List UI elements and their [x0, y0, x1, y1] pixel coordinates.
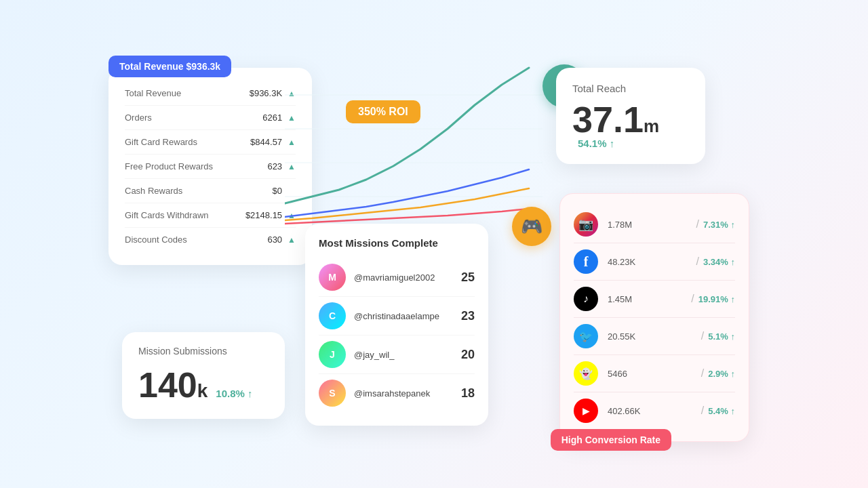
social-rows-list: 📷 1.78M / 7.31% ↑ f 48.23K / 3.34% ↑ ♪ 1…: [574, 206, 735, 429]
high-conversion-badge: High Conversion Rate: [551, 429, 671, 451]
up-arrow-icon: ▲: [288, 235, 296, 245]
mission-count: 20: [461, 348, 475, 362]
roi-badge: 350% ROI: [346, 100, 420, 123]
gamepad-icon: 🎮: [521, 216, 542, 237]
revenue-label: Total Revenue: [125, 88, 250, 98]
mission-users-list: M @mavriamiguel2002 25 C @christinadaael…: [319, 258, 475, 412]
username: @christinadaaelampe: [354, 311, 461, 321]
total-reach-card: Total Reach 37.1 m 54.1% ↑: [556, 68, 705, 164]
revenue-label: Free Product Rewards: [125, 161, 267, 171]
revenue-value: $0: [273, 186, 282, 196]
twitter-icon: 🐦: [574, 324, 598, 348]
revenue-row: Cash Rewards $0: [125, 179, 296, 203]
social-metric: 402.66K: [608, 406, 697, 416]
mission-count: 25: [461, 270, 475, 285]
revenue-row: Orders 6261 ▲: [125, 106, 296, 130]
mission-user-row: M @mavriamiguel2002 25: [319, 258, 475, 297]
instagram-icon: 📷: [574, 212, 598, 237]
missions-card: Mission Submissions 140 k 10.8% ↑: [122, 332, 285, 419]
social-pct: 2.9% ↑: [708, 369, 735, 379]
avatar: M: [319, 264, 346, 291]
social-metric: 48.23K: [608, 257, 692, 267]
revenue-value: $936.3K: [250, 88, 282, 98]
social-row: 👻 5466 / 2.9% ↑: [574, 355, 735, 392]
revenue-table: Total Revenue $936.3K ▲ Orders 6261 ▲ Gi…: [125, 81, 296, 251]
revenue-label: Gift Card Rewards: [125, 137, 250, 147]
username: @imsarahstepanek: [354, 388, 461, 399]
avatar: J: [319, 341, 346, 368]
missions-value: 140: [138, 365, 197, 405]
revenue-card: Total Revenue $936.3k Total Revenue $936…: [108, 68, 312, 265]
revenue-label: Discount Codes: [125, 235, 267, 245]
missions-title: Mission Submissions: [138, 346, 269, 357]
mission-count: 23: [461, 309, 475, 323]
revenue-badge: Total Revenue $936.3k: [108, 56, 231, 77]
total-reach-unit: m: [644, 116, 659, 137]
social-pct: 5.4% ↑: [708, 406, 735, 416]
total-reach-value: 37.1: [572, 101, 644, 138]
revenue-label: Orders: [125, 113, 262, 123]
youtube-icon: ▶: [574, 399, 598, 423]
revenue-row: Discount Codes 630 ▲: [125, 228, 296, 251]
most-missions-card: Most Missions Complete M @mavriamiguel20…: [305, 224, 488, 426]
avatar: S: [319, 380, 346, 407]
snapchat-icon: 👻: [574, 361, 598, 386]
social-pct: 7.31% ↑: [703, 220, 735, 230]
facebook-icon: f: [574, 249, 598, 274]
social-metric: 1.78M: [608, 220, 692, 230]
missions-pct: 10.8% ↑: [216, 388, 252, 399]
avatar: C: [319, 302, 346, 329]
social-metric: 1.45M: [608, 294, 687, 304]
revenue-value: $844.57: [250, 137, 282, 147]
social-pct: 5.1% ↑: [708, 331, 735, 342]
revenue-label: Cash Rewards: [125, 186, 273, 196]
total-reach-pct: 54.1% ↑: [578, 138, 614, 149]
revenue-value: 6261: [262, 113, 282, 123]
revenue-value: $2148.15: [245, 210, 282, 220]
revenue-row: Free Product Rewards 623 ▲: [125, 155, 296, 179]
social-metric: 5466: [608, 369, 697, 379]
social-pct: 3.34% ↑: [703, 257, 735, 267]
gamepad-circle: 🎮: [512, 207, 551, 246]
most-missions-title: Most Missions Complete: [319, 237, 475, 249]
mission-user-row: J @jay_wil_ 20: [319, 336, 475, 374]
revenue-row: Gift Cards Withdrawn $2148.15 ▲: [125, 203, 296, 228]
social-row: 🐦 20.55K / 5.1% ↑: [574, 318, 735, 355]
mission-user-row: C @christinadaaelampe 23: [319, 297, 475, 336]
social-card: 📷 1.78M / 7.31% ↑ f 48.23K / 3.34% ↑ ♪ 1…: [559, 193, 749, 442]
revenue-row: Gift Card Rewards $844.57 ▲: [125, 130, 296, 155]
revenue-label: Gift Cards Withdrawn: [125, 210, 245, 220]
mission-count: 18: [461, 386, 475, 401]
missions-unit: k: [197, 380, 208, 402]
social-row: ♪ 1.45M / 19.91% ↑: [574, 281, 735, 318]
social-row: ▶ 402.66K / 5.4% ↑: [574, 392, 735, 429]
social-metric: 20.55K: [608, 331, 697, 342]
revenue-value: 630: [267, 235, 282, 245]
username: @jay_wil_: [354, 350, 461, 360]
username: @mavriamiguel2002: [354, 272, 461, 283]
social-row: 📷 1.78M / 7.31% ↑: [574, 206, 735, 243]
mission-user-row: S @imsarahstepanek 18: [319, 374, 475, 412]
total-reach-title: Total Reach: [572, 83, 689, 94]
revenue-row: Total Revenue $936.3K ▲: [125, 81, 296, 106]
tiktok-icon: ♪: [574, 287, 598, 311]
revenue-value: 623: [267, 161, 282, 171]
chart-area: [285, 61, 542, 230]
social-row: f 48.23K / 3.34% ↑: [574, 243, 735, 281]
social-pct: 19.91% ↑: [698, 294, 735, 304]
